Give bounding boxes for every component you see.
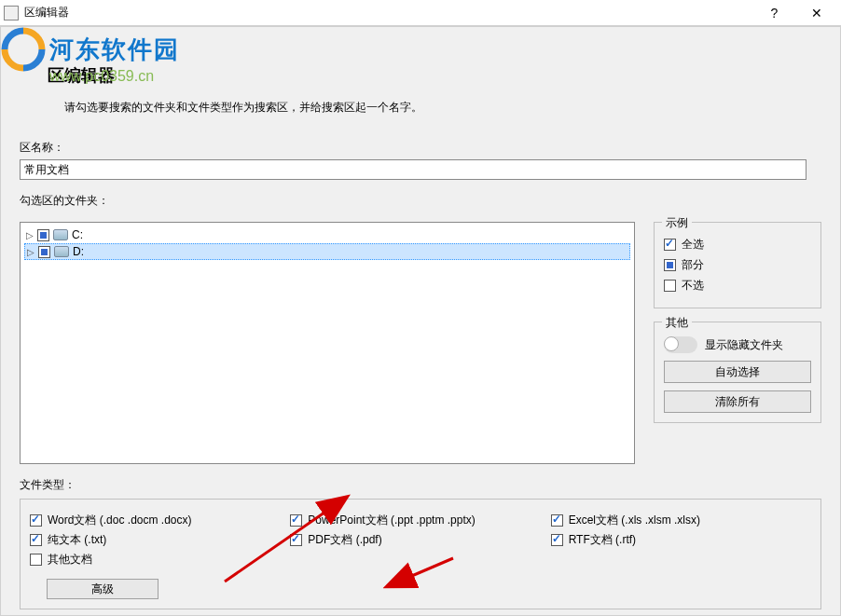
- checkbox[interactable]: [290, 534, 302, 546]
- filetypes-box: Word文档 (.doc .docm .docx) 纯文本 (.txt) 其他文…: [20, 499, 821, 609]
- filetype-rtf[interactable]: RTF文档 (.rtf): [551, 532, 811, 548]
- other-group: 其他 显示隐藏文件夹 自动选择 清除所有: [654, 322, 821, 423]
- zone-name-input[interactable]: [20, 159, 807, 180]
- other-title: 其他: [662, 315, 692, 331]
- checkbox[interactable]: [30, 534, 42, 546]
- zone-name-label: 区名称：: [20, 140, 821, 156]
- filetypes-label: 文件类型：: [20, 477, 821, 493]
- tree-item-d[interactable]: ▷ D:: [24, 243, 630, 260]
- page-title: 区编辑器: [48, 64, 821, 87]
- toggle-switch[interactable]: [664, 336, 697, 353]
- checkbox[interactable]: [30, 554, 42, 566]
- example-none: 不选: [664, 278, 811, 294]
- checkbox[interactable]: [551, 534, 563, 546]
- tree-label: C:: [72, 228, 83, 241]
- close-button[interactable]: ✕: [795, 0, 837, 26]
- filetype-ppt[interactable]: PowerPoint文档 (.ppt .pptm .pptx): [290, 513, 550, 528]
- app-icon: [4, 6, 19, 21]
- window-title: 区编辑器: [24, 5, 753, 21]
- checkbox[interactable]: [290, 514, 302, 527]
- expand-icon[interactable]: ▷: [25, 246, 36, 257]
- auto-select-button[interactable]: 自动选择: [664, 361, 811, 383]
- show-hidden-toggle[interactable]: 显示隐藏文件夹: [664, 336, 811, 353]
- dialog-content: 河东软件园 www.pc0359.cn 区编辑器 请勾选要搜索的文件夹和文件类型…: [0, 26, 841, 616]
- example-partial: 部分: [664, 257, 811, 273]
- folder-tree[interactable]: ▷ C: ▷ D:: [20, 222, 635, 464]
- help-button[interactable]: ?: [753, 0, 795, 26]
- page-desc: 请勾选要搜索的文件夹和文件类型作为搜索区，并给搜索区起一个名字。: [64, 100, 821, 116]
- checkbox-icon: [664, 280, 676, 292]
- checkbox-icon: [664, 259, 676, 271]
- example-title: 示例: [662, 215, 692, 231]
- clear-all-button[interactable]: 清除所有: [664, 390, 811, 413]
- tree-checkbox[interactable]: [38, 246, 50, 258]
- filetype-word[interactable]: Word文档 (.doc .docm .docx): [30, 513, 290, 528]
- tree-checkbox[interactable]: [37, 229, 49, 241]
- folders-label: 勾选区的文件夹：: [20, 193, 821, 209]
- drive-icon: [54, 246, 69, 257]
- filetype-excel[interactable]: Excel文档 (.xls .xlsm .xlsx): [551, 513, 811, 528]
- watermark-brand: 河东软件园: [49, 34, 180, 66]
- filetype-txt[interactable]: 纯文本 (.txt): [30, 532, 290, 548]
- checkbox[interactable]: [30, 514, 42, 527]
- drive-icon: [53, 229, 68, 240]
- titlebar: 区编辑器 ? ✕: [0, 0, 841, 26]
- tree-item-c[interactable]: ▷ C:: [24, 226, 630, 243]
- filetype-other[interactable]: 其他文档: [30, 552, 290, 568]
- advanced-button[interactable]: 高级: [47, 579, 159, 599]
- checkbox-icon: [664, 239, 676, 251]
- example-all: 全选: [664, 237, 811, 253]
- filetype-pdf[interactable]: PDF文档 (.pdf): [290, 532, 550, 548]
- checkbox[interactable]: [551, 514, 563, 527]
- tree-label: D:: [73, 245, 84, 258]
- example-group: 示例 全选 部分 不选: [654, 222, 821, 308]
- expand-icon[interactable]: ▷: [24, 229, 35, 240]
